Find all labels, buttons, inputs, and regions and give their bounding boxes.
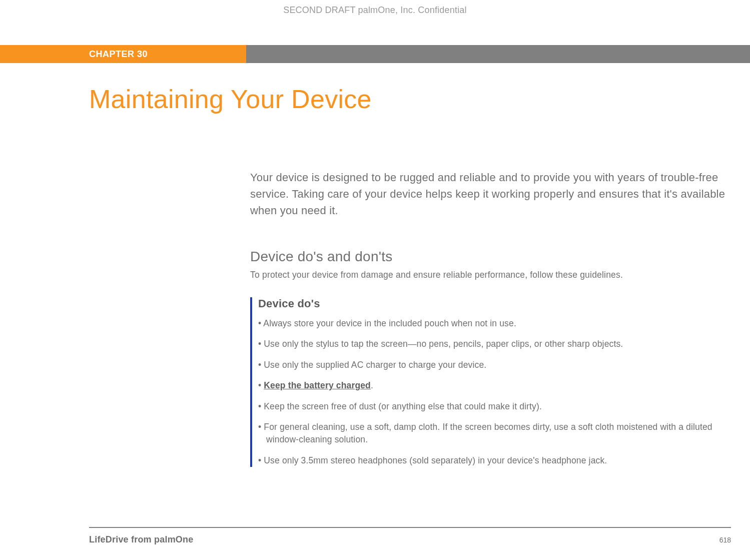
dos-block: Device do's Always store your device in … [250,297,731,467]
footer-product: LifeDrive from palmOne [89,534,193,545]
footer-rule [89,527,731,528]
battery-link[interactable]: Keep the battery charged [264,380,371,390]
chapter-bar-gray [246,45,750,63]
list-item: Always store your device in the included… [258,317,731,330]
battery-link-trailing: . [371,380,373,390]
page-title: Maintaining Your Device [89,84,372,114]
content-column: Your device is designed to be rugged and… [250,169,731,475]
footer: LifeDrive from palmOne 618 [89,534,731,545]
chapter-bar: CHAPTER 30 [0,45,750,63]
section-heading: Device do's and don'ts [250,249,731,265]
chapter-label: CHAPTER 30 [89,49,148,60]
list-item-link: Keep the battery charged. [258,379,731,392]
section-subtext: To protect your device from damage and e… [250,270,731,280]
intro-paragraph: Your device is designed to be rugged and… [250,169,731,219]
list-item: Use only the supplied AC charger to char… [258,359,731,371]
list-item: Keep the screen free of dust (or anythin… [258,400,731,413]
list-item: Use only 3.5mm stereo headphones (sold s… [258,454,731,467]
list-item: Use only the stylus to tap the screen—no… [258,338,731,350]
confidential-header: SECOND DRAFT palmOne, Inc. Confidential [0,5,750,16]
page-number: 618 [719,536,731,544]
chapter-bar-orange: CHAPTER 30 [0,45,246,63]
list-item: For general cleaning, use a soft, damp c… [258,421,731,446]
dos-list: Always store your device in the included… [258,317,731,467]
dos-heading: Device do's [258,297,731,310]
document-page: SECOND DRAFT palmOne, Inc. Confidential … [0,0,750,560]
